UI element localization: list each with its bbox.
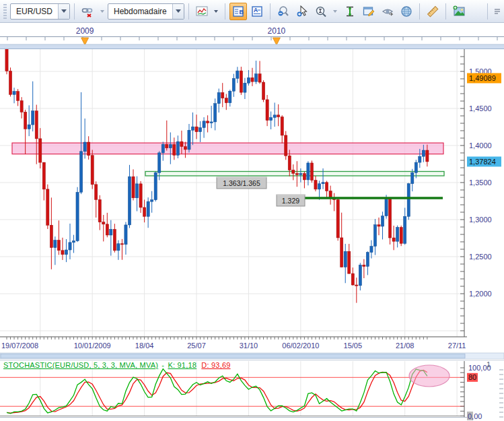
toolbar-separator bbox=[419, 3, 420, 20]
year-start-marker bbox=[81, 38, 89, 45]
stochastic-k-line bbox=[7, 369, 427, 414]
year-start-marker bbox=[273, 38, 280, 45]
date-axis[interactable]: 19/07/200810/01/200918/0425/0731/1006/02… bbox=[0, 337, 467, 350]
svg-text:31/10: 31/10 bbox=[240, 342, 258, 350]
snapshot-icon bbox=[452, 5, 466, 18]
toolbar-separator bbox=[270, 3, 271, 20]
chart-type-icon bbox=[196, 5, 208, 18]
timeframe-value: Hebdomadaire bbox=[108, 4, 172, 19]
resistance-zone[interactable] bbox=[12, 143, 443, 154]
svg-text:10/01/2009: 10/01/2009 bbox=[74, 342, 111, 350]
svg-text:1,2000: 1,2000 bbox=[469, 290, 492, 298]
svg-text:19/07/2008: 19/07/2008 bbox=[1, 342, 38, 350]
zoom-area-icon bbox=[315, 5, 327, 18]
stochastic-d-value[interactable]: D: 93,69 bbox=[201, 361, 230, 369]
unlink-icon bbox=[81, 5, 94, 18]
svg-text:1,3500: 1,3500 bbox=[469, 179, 492, 187]
zoom-in-cursor-icon bbox=[296, 5, 308, 18]
stochastic-separator: - bbox=[160, 361, 166, 369]
svg-text:1,2500: 1,2500 bbox=[469, 253, 492, 261]
chart-type-button[interactable] bbox=[193, 3, 211, 20]
zoom-in-cursor-button[interactable] bbox=[293, 3, 311, 20]
svg-text:25/07: 25/07 bbox=[187, 342, 206, 350]
trading-app-window: { "toolbar": { "symbol": "EUR/USD", "tim… bbox=[0, 0, 504, 421]
chart-type-caret[interactable] bbox=[212, 3, 221, 20]
toolbar-separator bbox=[74, 3, 75, 20]
ruler-button[interactable] bbox=[424, 3, 441, 20]
stochastic-lines bbox=[7, 369, 427, 414]
stochastic-grid bbox=[40, 361, 457, 416]
stochastic-title-link[interactable]: STOCHASTIC(EUR/USD, 5, 3, 3, MVA, MVA) bbox=[3, 361, 158, 369]
support-zone-label-chip[interactable]: 1.363/1.365 bbox=[217, 177, 266, 189]
zoom-out-button[interactable] bbox=[275, 3, 292, 20]
svg-text:2009: 2009 bbox=[76, 26, 94, 36]
text-window-button[interactable]: A bbox=[248, 3, 266, 20]
svg-text:A: A bbox=[254, 7, 258, 13]
zoom-area-caret[interactable] bbox=[331, 3, 340, 20]
alert-price-chip[interactable]: 1,49089 bbox=[467, 73, 501, 84]
zoom-out-icon bbox=[277, 5, 289, 18]
visibility-button[interactable] bbox=[379, 3, 396, 20]
unlink-caret[interactable] bbox=[98, 3, 106, 20]
svg-text:21/08: 21/08 bbox=[396, 342, 415, 350]
svg-text:0,00: 0,00 bbox=[468, 412, 482, 420]
price-axis[interactable]: 1,50001,45001,40001,35001,30001,25001,20… bbox=[460, 49, 492, 337]
edit-window-button[interactable] bbox=[360, 3, 377, 20]
toolbar-separator bbox=[225, 3, 225, 20]
timeframe-caret[interactable] bbox=[172, 4, 184, 19]
fit-vertical-button[interactable] bbox=[341, 3, 359, 20]
ruler-icon bbox=[426, 5, 439, 18]
pane-divider bbox=[0, 44, 504, 49]
stochastic-right-grip[interactable] bbox=[499, 370, 503, 417]
svg-text:1,37824: 1,37824 bbox=[469, 158, 496, 166]
svg-text:1,4000: 1,4000 bbox=[469, 141, 492, 150]
symbol-combo[interactable]: EUR/USD bbox=[10, 3, 70, 20]
stochastic-axis[interactable]: 100,00800,001 bbox=[460, 360, 491, 420]
text-window-icon: A bbox=[251, 5, 263, 18]
fit-vertical-icon bbox=[344, 5, 356, 18]
toolbar-grip[interactable] bbox=[3, 4, 7, 19]
svg-text:1,3000: 1,3000 bbox=[469, 216, 492, 224]
svg-text:18/04: 18/04 bbox=[135, 342, 154, 350]
symbol-value: EUR/USD bbox=[11, 4, 58, 19]
candlestick-series bbox=[5, 28, 429, 302]
svg-text:06/02/2010: 06/02/2010 bbox=[282, 342, 319, 350]
chart-window-button[interactable]: B bbox=[229, 3, 247, 20]
price-chart-pane[interactable]: 200920101,50001,45001,40001,35001,30001,… bbox=[0, 24, 504, 359]
svg-text:1.329: 1.329 bbox=[282, 197, 299, 205]
edit-window-icon bbox=[363, 5, 375, 18]
toolbar-separator bbox=[445, 3, 446, 20]
main-toolbar: EUR/USD Hebdomadaire B bbox=[0, 0, 504, 23]
overflow-icon bbox=[493, 7, 501, 15]
toolbar-overflow-button[interactable] bbox=[492, 3, 503, 20]
symbol-caret[interactable] bbox=[58, 4, 69, 19]
chart-window-icon: B bbox=[232, 5, 244, 18]
svg-text:80: 80 bbox=[468, 373, 476, 381]
svg-text:27/11: 27/11 bbox=[448, 342, 466, 350]
unlink-button[interactable] bbox=[79, 3, 96, 20]
stochastic-k-value[interactable]: K: 91,18 bbox=[168, 361, 197, 369]
chart-grid bbox=[0, 49, 464, 337]
toolbar-separator bbox=[188, 3, 189, 20]
year-ruler: 20092010 bbox=[0, 26, 504, 45]
svg-text:1.363/1.365: 1.363/1.365 bbox=[223, 179, 260, 187]
svg-text:2010: 2010 bbox=[268, 26, 286, 36]
svg-text:1,49089: 1,49089 bbox=[469, 74, 496, 82]
visibility-icon bbox=[382, 5, 394, 18]
snapshot-button[interactable] bbox=[450, 3, 468, 20]
last-price-chip[interactable]: 1,37824 bbox=[467, 156, 501, 166]
zoom-area-button[interactable] bbox=[312, 3, 330, 20]
stochastic-header: STOCHASTIC(EUR/USD, 5, 3, 3, MVA, MVA) -… bbox=[3, 361, 231, 369]
support-line-label-chip[interactable]: 1.329 bbox=[277, 195, 305, 206]
svg-text:B: B bbox=[239, 8, 244, 15]
toolbar-separator bbox=[487, 3, 488, 20]
highlight-ellipse[interactable] bbox=[409, 365, 449, 387]
svg-text:1,4500: 1,4500 bbox=[469, 104, 492, 112]
svg-text:1: 1 bbox=[487, 360, 491, 368]
globe-icon bbox=[400, 5, 412, 18]
scrollbar-thumb[interactable] bbox=[1, 354, 465, 358]
globe-button[interactable] bbox=[398, 3, 415, 20]
horizontal-scrollbar[interactable] bbox=[0, 353, 504, 359]
svg-text:15/05: 15/05 bbox=[344, 342, 363, 350]
timeframe-combo[interactable]: Hebdomadaire bbox=[108, 3, 184, 20]
